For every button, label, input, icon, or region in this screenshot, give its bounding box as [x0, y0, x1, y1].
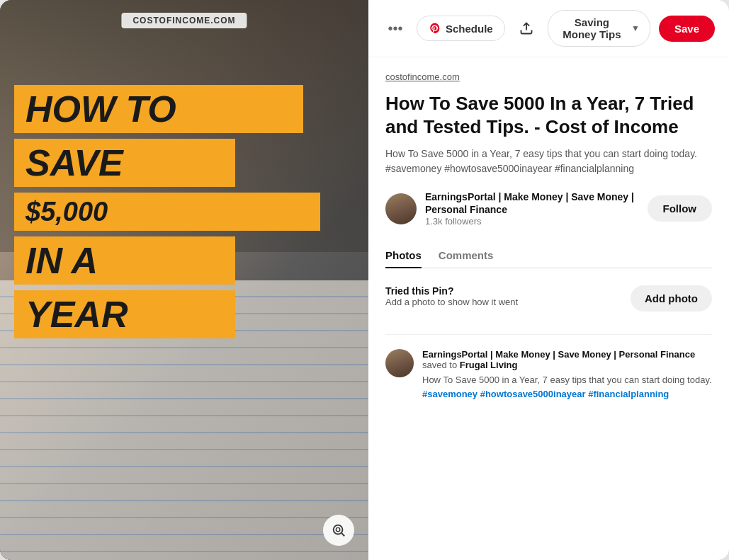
comment-action: EarningsPortal | Make Money | Save Money… — [422, 349, 712, 370]
comment-author-name: EarningsPortal | Make Money | Save Money… — [422, 349, 695, 360]
chevron-down-icon: ▼ — [631, 23, 640, 33]
comment-board: Frugal Living — [460, 360, 518, 370]
pin-description: How To Save 5000 in a Year, 7 easy tips … — [385, 147, 712, 176]
author-name: EarningsPortal | Make Money | Save Money… — [425, 190, 639, 216]
upload-button[interactable] — [514, 16, 539, 41]
svg-line-1 — [341, 533, 344, 536]
tried-text: Tried this Pin? Add a photo to show how … — [385, 285, 518, 307]
author-followers: 1.3k followers — [425, 216, 639, 227]
comment-entry: EarningsPortal | Make Money | Save Money… — [385, 349, 712, 401]
avatar — [385, 193, 417, 224]
comment-action-text: saved to — [422, 360, 460, 370]
board-name: Saving Money Tips — [558, 16, 626, 40]
author-row: EarningsPortal | Make Money | Save Money… — [385, 190, 712, 227]
upload-icon — [519, 21, 533, 35]
tab-comments[interactable]: Comments — [439, 244, 494, 268]
tried-title: Tried this Pin? — [385, 285, 518, 297]
divider — [385, 334, 712, 335]
avatar-inner — [385, 193, 417, 224]
svg-point-2 — [336, 527, 340, 532]
schedule-label: Schedule — [446, 23, 493, 35]
pin-modal: COSTOFINCOME.COM HOW TO SAVE $5,000 IN A — [0, 0, 729, 560]
text-amount: $5,000 — [14, 193, 320, 231]
follow-button[interactable]: Follow — [648, 195, 713, 222]
board-selector[interactable]: Saving Money Tips ▼ — [548, 10, 650, 47]
svg-point-0 — [334, 525, 343, 535]
image-panel: COSTOFINCOME.COM HOW TO SAVE $5,000 IN A — [0, 0, 368, 560]
tab-photos[interactable]: Photos — [385, 244, 422, 268]
tabs-row: Photos Comments — [385, 244, 712, 268]
text-in-a: IN A — [14, 236, 235, 285]
hashtag-1: #savemoney — [422, 389, 477, 399]
pin-title: How To Save 5000 In a Year, 7 Tried and … — [385, 92, 712, 138]
lens-svg — [331, 522, 346, 538]
right-panel: ••• Schedule Saving Money Tips ▼ Sa — [368, 0, 729, 560]
text-how-to: HOW TO — [14, 85, 303, 133]
comment-body: EarningsPortal | Make Money | Save Money… — [422, 349, 712, 401]
text-save: SAVE — [14, 139, 235, 187]
more-options-button[interactable]: ••• — [383, 16, 408, 41]
pin-overlay-text: HOW TO SAVE $5,000 IN A YEAR — [0, 0, 368, 560]
text-year: YEAR — [14, 290, 235, 338]
top-bar: ••• Schedule Saving Money Tips ▼ Sa — [368, 0, 729, 57]
lens-icon[interactable] — [323, 515, 354, 546]
hashtag-3: #financialplanning — [588, 389, 669, 399]
source-link[interactable]: costofincome.com — [385, 72, 712, 82]
schedule-icon — [429, 22, 441, 35]
save-button[interactable]: Save — [659, 16, 715, 42]
content-area: costofincome.com How To Save 5000 In a Y… — [368, 57, 729, 560]
pin-image-bg: COSTOFINCOME.COM HOW TO SAVE $5,000 IN A — [0, 0, 368, 560]
tried-subtitle: Add a photo to show how it went — [385, 297, 518, 307]
schedule-button[interactable]: Schedule — [417, 16, 505, 41]
hashtag-2: #howtosave5000inayear — [480, 389, 586, 399]
comment-text: How To Save 5000 in a Year, 7 easy tips … — [422, 373, 712, 401]
author-info: EarningsPortal | Make Money | Save Money… — [425, 190, 639, 227]
add-photo-button[interactable]: Add photo — [631, 285, 712, 312]
comment-avatar — [385, 349, 414, 377]
orange-text-block: HOW TO SAVE $5,000 IN A YEAR — [14, 85, 354, 338]
tried-pin-section: Tried this Pin? Add a photo to show how … — [385, 285, 712, 312]
